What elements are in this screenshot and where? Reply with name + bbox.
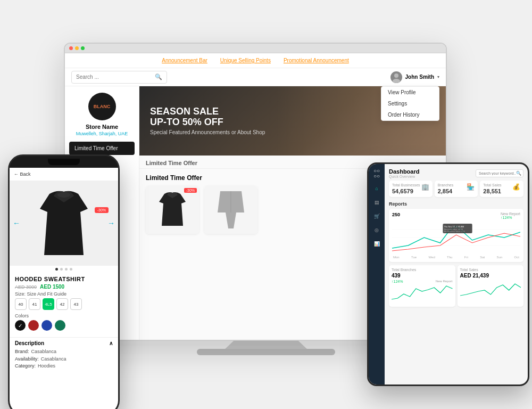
size-label: Size: Size And Fit Guide (15, 291, 113, 297)
image-dots (10, 266, 118, 273)
bottom-stat-branches: Total Branches 439 ↑124% New Report (389, 265, 455, 307)
user-name: John Smith (405, 74, 434, 80)
dash-nav-orders[interactable]: 🛒 (372, 212, 381, 220)
dash-search-input[interactable] (479, 171, 516, 175)
sizes-row: 40 41 4L5 42 43 (15, 298, 113, 310)
size-40[interactable]: 40 (15, 298, 27, 310)
color-navy[interactable] (41, 320, 52, 331)
product-badge: -30% (184, 188, 197, 193)
chart-x-labels: Mon Tue Wed Thu Fri Sat Sun Oct (392, 256, 520, 259)
color-red[interactable] (28, 320, 39, 331)
description-chevron: ∧ (109, 340, 113, 346)
search-input[interactable] (76, 74, 155, 80)
chart-svg: Thu Nov 12, 2:45 AM Maximum Value: 48.18… (392, 222, 520, 253)
back-button[interactable]: ← Back (14, 171, 31, 177)
hoodie-svg (29, 183, 98, 263)
color-black[interactable] (15, 320, 26, 331)
dash-search-icon: 🔍 (516, 171, 521, 176)
dashboard-main: Dashboard Quick Overview 🔍 🏢 Total Busin… (385, 164, 528, 385)
tab-announcement-bar[interactable]: Announcement Bar (162, 58, 207, 63)
size-4l5[interactable]: 4L5 (43, 298, 54, 310)
avatar (390, 71, 402, 83)
bottom-label-branches: Total Branches (392, 268, 453, 272)
stat-card-branches: 🏪 Branches 2,854 (435, 181, 478, 197)
store-logo: BLANC (88, 93, 116, 120)
product-image-pants (204, 186, 257, 234)
size-43[interactable]: 43 (70, 298, 82, 310)
brand-value: Casablanca (31, 348, 57, 356)
dropdown-settings[interactable]: Settings (381, 98, 439, 109)
close-dot[interactable] (69, 46, 73, 50)
category-label: Category: (15, 363, 36, 370)
logo-text: BLANC (94, 104, 111, 110)
hero-sale-line1: SEASON SALE (150, 107, 265, 117)
dash-nav-location[interactable]: ◎ (372, 226, 381, 234)
svg-text:Min Business Value: 3.14: Min Business Value: 3.14 (444, 231, 464, 233)
search-wrap[interactable]: 🔍 (71, 71, 167, 84)
description-title: Description (15, 340, 44, 346)
availability-value: Casablanca (41, 356, 66, 363)
tab-promotional[interactable]: Promotional Announcement (284, 58, 349, 63)
product-card-pants[interactable] (204, 186, 257, 234)
price-row: AED 3000 AED 1500 (15, 284, 113, 290)
dot-3 (65, 268, 68, 271)
stat-icon-sales: 💰 (512, 183, 520, 191)
hero-sale-line2: UP-TO 50% OFF (150, 117, 265, 128)
store-name: Store Name (69, 124, 135, 130)
stat-cards: 🏢 Total Businesses 54,6579 🏪 Branches 2,… (389, 181, 523, 197)
user-menu[interactable]: John Smith ▾ View Profile Settings Order… (390, 71, 439, 83)
bottom-label-sales: Total Sales (460, 268, 521, 272)
chart-value-group: 250 (392, 212, 400, 217)
phone-notch (10, 156, 118, 168)
tablet: ○○○○ ⌂ ▤ 🛒 ◎ 📊 Dashboard Quick Overview … (367, 162, 529, 386)
bottom-value-branches: 439 (392, 273, 453, 279)
dropdown-view-profile[interactable]: View Profile (381, 87, 439, 98)
mini-chart-sales (460, 280, 521, 298)
size-41[interactable]: 41 (29, 298, 40, 310)
dash-logo: ○○○○ (373, 168, 380, 179)
size-42[interactable]: 42 (56, 298, 68, 310)
hero-text: SEASON SALE UP-TO 50% OFF Special Featur… (150, 107, 265, 136)
stat-card-sales: 💰 Total Sales 28,551 (480, 181, 523, 197)
dash-nav-chart[interactable]: ▤ (372, 198, 381, 207)
maximize-dot[interactable] (81, 46, 85, 50)
colors-label: Colors (15, 313, 113, 318)
dot-1 (55, 268, 58, 271)
tabs-bar: Announcement Bar Unique Selling Points P… (65, 53, 446, 68)
chevron-down-icon: ▾ (437, 75, 439, 79)
old-price: AED 3000 (15, 284, 37, 290)
minimize-dot[interactable] (75, 46, 79, 50)
new-price: AED 1500 (40, 284, 64, 290)
dropdown-order-history[interactable]: Order History (381, 109, 439, 120)
x-label-oct: Oct (514, 256, 519, 259)
category-row: Category: Hoodies (15, 363, 113, 370)
phone-topbar: ← Back (10, 168, 118, 181)
phone-product-info: HOODED SWEATSHIRT AED 3000 AED 1500 Size… (10, 273, 118, 337)
dash-nav-home[interactable]: ⌂ (372, 184, 381, 193)
tablet-screen: ○○○○ ⌂ ▤ 🛒 ◎ 📊 Dashboard Quick Overview … (369, 164, 528, 385)
next-image-arrow[interactable]: → (107, 219, 115, 227)
bottom-value-sales: AED 21,439 (460, 273, 521, 279)
dash-title: Dashboard (389, 168, 419, 175)
product-card-hoodie[interactable]: -30% (146, 186, 199, 234)
reports-title: Reports (389, 201, 523, 207)
description-header[interactable]: Description ∧ (15, 340, 113, 346)
hero-sub: Special Featured Announcements or About … (150, 129, 265, 135)
chart-trend-label: New Report (501, 212, 520, 216)
colors-row (15, 320, 113, 331)
prev-image-arrow[interactable]: ← (13, 219, 20, 227)
phone: ← Back ← -30% → HOODED SWEATSHIRT AED 30… (8, 154, 120, 409)
bottom-stats: Total Branches 439 ↑124% New Report Tota… (389, 265, 523, 307)
sidebar-item-limited-offer[interactable]: Limited Time Offer (69, 142, 135, 155)
dash-nav-reports[interactable]: 📊 (372, 240, 381, 248)
chart-trend: ↑124% (501, 216, 520, 219)
tab-unique-selling[interactable]: Unique Selling Points (220, 58, 271, 63)
stat-card-businesses: 🏢 Total Businesses 54,6579 (389, 181, 433, 197)
dash-search[interactable]: 🔍 (476, 169, 523, 177)
color-green[interactable] (55, 320, 65, 331)
store-location[interactable]: Muwelleh, Sharjah, UAE (69, 131, 135, 136)
stat-icon-branches: 🏪 (467, 183, 475, 191)
stat-icon-businesses: 🏢 (421, 183, 429, 191)
description-section: Description ∧ Brand: Casablanca Availabi… (10, 337, 118, 373)
user-dropdown: View Profile Settings Order History (381, 86, 439, 121)
